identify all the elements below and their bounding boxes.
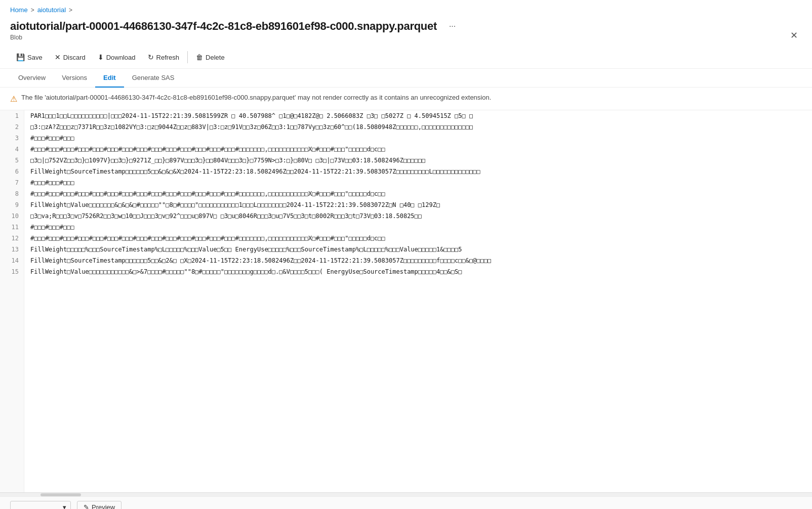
code-line: #□□□#□□□#□□□: [24, 177, 812, 188]
warning-bar: ⚠ The file 'aiotutorial/part-00001-44686…: [0, 88, 812, 110]
line-numbers: 123456789101112131415: [0, 110, 24, 492]
code-line: FillWeight□Value□□□□□□□&□&□&□#□□□□□""□8□…: [24, 199, 812, 210]
line-number: 10: [0, 210, 24, 222]
tab-versions[interactable]: Versions: [54, 69, 95, 88]
pencil-icon: ✎: [84, 503, 89, 509]
toolbar-separator: [187, 51, 188, 63]
code-line: FillWeight□SourceTimestamp□□□□□□5□□&□&□&…: [24, 166, 812, 177]
breadcrumb: Home > aiotutorial >: [0, 0, 812, 17]
code-line: #□□□#□□□#□□□: [24, 222, 812, 233]
code-line: FillWeight□□□□□%□□□SourceTimestamp%□L□□□…: [24, 244, 812, 255]
warning-text: The file 'aiotutorial/part-00001-4468613…: [21, 94, 491, 101]
line-number: 6: [0, 166, 24, 177]
close-button[interactable]: ✕: [786, 28, 802, 43]
save-icon: 💾: [16, 53, 25, 61]
discard-icon: ✕: [55, 53, 61, 61]
delete-button[interactable]: 🗑 Delete: [190, 50, 231, 64]
scrollbar-thumb[interactable]: [40, 493, 81, 496]
code-line: □3□|□752VZ□□3□}□1097V}□□3□}□9271Z_□□}□89…: [24, 155, 812, 166]
line-number: 2: [0, 121, 24, 133]
download-button[interactable]: ⬇ Download: [92, 50, 142, 64]
more-options-button[interactable]: ···: [445, 20, 460, 33]
discard-label: Discard: [63, 54, 86, 61]
chevron-down-icon: ▾: [63, 503, 66, 509]
tabs-container: Overview Versions Edit Generate SAS: [0, 69, 812, 88]
line-number: 4: [0, 144, 24, 155]
line-number: 7: [0, 177, 24, 188]
line-number: 15: [0, 266, 24, 277]
warning-icon: ⚠: [10, 94, 17, 104]
delete-icon: 🗑: [196, 53, 203, 61]
code-line: #□□□#□□□#□□□: [24, 133, 812, 144]
discard-button[interactable]: ✕ Discard: [49, 50, 92, 64]
refresh-icon: ↻: [148, 53, 154, 61]
line-number: 1: [0, 110, 24, 121]
refresh-label: Refresh: [156, 54, 180, 61]
preview-button[interactable]: ✎ Preview: [77, 501, 121, 509]
code-line: FillWeight□Value□□□□□□□□□□□&□>&7□□□□#□□□…: [24, 266, 812, 277]
download-label: Download: [106, 54, 136, 61]
file-title: aiotutorial/part-00001-44686130-347f-4c2…: [10, 20, 437, 33]
line-number: 11: [0, 222, 24, 233]
horizontal-scrollbar[interactable]: [0, 492, 812, 496]
file-header: aiotutorial/part-00001-44686130-347f-4c2…: [0, 17, 812, 46]
code-line: □3□va;R□□□3□v□7526R2□□3□w□10□□J□□□3□v□92…: [24, 210, 812, 222]
code-line: □3:□zA?Z□□□z□7371R□□3z□1082VY□3:□z□9044Z…: [24, 121, 812, 133]
code-line: PAR1□□□1□□L□□□□□□□□□□|□□□2024-11-15T22:2…: [24, 110, 812, 121]
line-number: 9: [0, 199, 24, 210]
bottom-bar: ▾ ✎ Preview: [0, 496, 812, 509]
delete-label: Delete: [206, 54, 225, 61]
code-area[interactable]: PAR1□□□1□□L□□□□□□□□□□|□□□2024-11-15T22:2…: [24, 110, 812, 492]
breadcrumb-sep1: >: [31, 7, 34, 14]
breadcrumb-tutorial[interactable]: aiotutorial: [37, 6, 66, 14]
tab-edit[interactable]: Edit: [95, 69, 124, 88]
line-number: 13: [0, 244, 24, 255]
preview-label: Preview: [92, 503, 115, 509]
tab-generate-sas[interactable]: Generate SAS: [124, 69, 183, 88]
line-number: 8: [0, 188, 24, 199]
toolbar: 💾 Save ✕ Discard ⬇ Download ↻ Refresh 🗑 …: [0, 46, 812, 69]
save-label: Save: [27, 54, 43, 61]
line-number: 5: [0, 155, 24, 166]
file-subtitle: Blob: [10, 34, 802, 41]
download-icon: ⬇: [98, 53, 104, 61]
encoding-select[interactable]: ▾: [10, 501, 71, 509]
breadcrumb-home[interactable]: Home: [10, 6, 28, 14]
code-line: #□□□#□□□#□□□#□□□#□□□#□□□#□□□#□□□#□□□#□□□…: [24, 188, 812, 199]
tab-overview[interactable]: Overview: [10, 69, 54, 88]
code-line: #□□□#□□□#□□□#□□□#□□□#□□□#□□□#□□□#□□□#□□□…: [24, 233, 812, 244]
breadcrumb-sep2: >: [69, 7, 72, 14]
refresh-button[interactable]: ↻ Refresh: [142, 50, 186, 64]
line-number: 14: [0, 255, 24, 266]
code-line: FillWeight□SourceTimestamp□□□□□□5□□&□2&□…: [24, 255, 812, 266]
editor-container: 123456789101112131415 PAR1□□□1□□L□□□□□□□…: [0, 110, 812, 492]
line-number: 12: [0, 233, 24, 244]
line-number: 3: [0, 133, 24, 144]
code-line: #□□□#□□□#□□□#□□□#□□□#□□□#□□□#□□□#□□□#□□□…: [24, 144, 812, 155]
save-button[interactable]: 💾 Save: [10, 50, 49, 64]
